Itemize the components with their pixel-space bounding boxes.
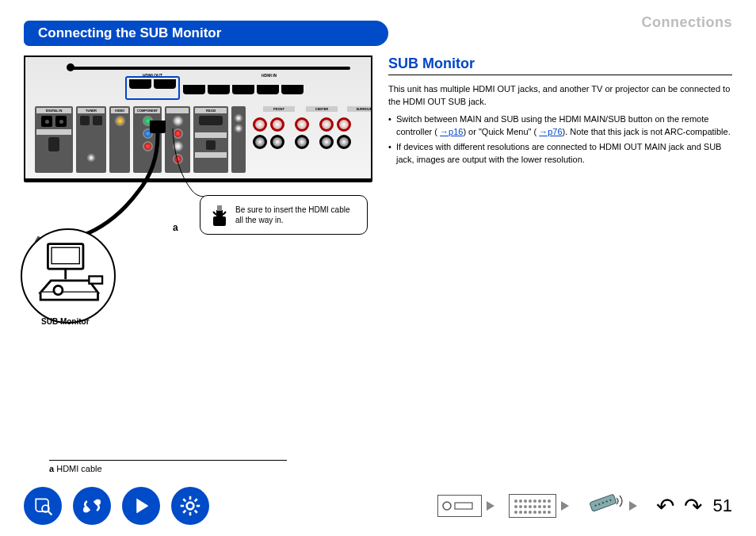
svg-point-40 xyxy=(538,505,541,508)
svg-point-43 xyxy=(514,511,517,514)
svg-point-45 xyxy=(524,511,527,514)
svg-point-31 xyxy=(533,500,536,503)
footnote: a HDMI cable xyxy=(49,460,287,473)
svg-point-41 xyxy=(543,505,546,508)
surround-label: SURROUND xyxy=(347,106,372,112)
footnote-value: HDMI cable xyxy=(54,464,102,473)
prev-page-button[interactable]: ↶ xyxy=(656,493,674,519)
connections-button[interactable] xyxy=(73,487,111,525)
tuner-label: TUNER xyxy=(78,108,105,113)
svg-rect-5 xyxy=(216,210,223,217)
link-p16[interactable]: →p16 xyxy=(440,127,463,136)
title-bar: Connecting the SUB Monitor xyxy=(24,21,388,46)
svg-line-24 xyxy=(195,499,197,501)
cable-label-a: a xyxy=(173,222,178,233)
callout-leader xyxy=(171,128,204,198)
svg-point-29 xyxy=(524,500,527,503)
remote-control-icon xyxy=(583,493,624,519)
svg-line-21 xyxy=(183,499,185,501)
play-button[interactable] xyxy=(122,487,160,525)
remote-nav[interactable] xyxy=(583,493,637,519)
chevron-right-icon xyxy=(561,501,569,511)
svg-point-35 xyxy=(514,505,517,508)
svg-point-36 xyxy=(519,505,522,508)
sub-heading: SUB Monitor xyxy=(388,56,732,75)
svg-line-22 xyxy=(195,511,197,513)
chevron-right-icon xyxy=(629,501,637,511)
svg-point-25 xyxy=(443,502,451,510)
callout-text: Be sure to insert the HDMI cable all the… xyxy=(235,205,357,225)
footer-nav: ↶ ↷ 51 xyxy=(24,487,732,525)
component-label: COMPONENT xyxy=(135,108,160,113)
svg-rect-15 xyxy=(95,500,100,504)
receiver-rear-icon xyxy=(509,494,556,518)
manual-search-button[interactable] xyxy=(24,487,62,525)
front-label: FRONT xyxy=(263,106,295,112)
digital-in-label: DIGITAL IN xyxy=(36,108,71,113)
svg-point-37 xyxy=(524,505,527,508)
svg-rect-6 xyxy=(217,205,222,211)
device-rear-nav[interactable] xyxy=(509,494,569,518)
hdmi-sub-port-icon xyxy=(129,79,151,89)
bullet1-text-b: ) or "Quick Menu" ( xyxy=(463,127,539,136)
section-label: Connections xyxy=(641,14,732,31)
svg-line-23 xyxy=(183,511,185,513)
hdmi-in-label: HDMI IN xyxy=(262,73,277,78)
bullet-2: If devices with different resolutions ar… xyxy=(388,141,732,167)
device-front-nav[interactable] xyxy=(437,495,494,517)
svg-point-33 xyxy=(543,500,546,503)
svg-point-44 xyxy=(519,511,522,514)
svg-rect-8 xyxy=(52,247,79,263)
svg-point-49 xyxy=(543,511,546,514)
antenna-icon xyxy=(70,67,350,70)
svg-point-34 xyxy=(548,500,551,503)
video-label: VIDEO xyxy=(111,108,128,113)
svg-rect-4 xyxy=(213,216,226,226)
projector-label: SUB Monitor xyxy=(41,317,90,326)
svg-rect-14 xyxy=(84,507,89,512)
hdmi-main-port-icon xyxy=(154,79,176,89)
insert-cable-icon xyxy=(210,204,229,226)
hdmi-out-highlight xyxy=(125,76,180,100)
svg-point-27 xyxy=(514,500,517,503)
center-label: CENTER xyxy=(306,106,338,112)
svg-point-38 xyxy=(529,505,532,508)
svg-point-50 xyxy=(548,511,551,514)
next-page-button[interactable]: ↷ xyxy=(684,493,702,519)
callout-bubble: Be sure to insert the HDMI cable all the… xyxy=(200,195,368,235)
svg-point-42 xyxy=(548,505,551,508)
page-number: 51 xyxy=(713,496,732,516)
chevron-right-icon xyxy=(487,501,494,511)
intro-paragraph: This unit has multiple HDMI OUT jacks, a… xyxy=(388,83,732,109)
svg-point-48 xyxy=(538,511,541,514)
svg-point-28 xyxy=(519,500,522,503)
bullet1-text-c: ). Note that this jack is not ARC-compat… xyxy=(563,127,731,136)
link-p76[interactable]: →p76 xyxy=(539,127,562,136)
svg-line-13 xyxy=(48,511,52,515)
settings-button[interactable] xyxy=(171,487,209,525)
receiver-front-icon xyxy=(437,495,482,517)
svg-point-46 xyxy=(529,511,532,514)
svg-rect-11 xyxy=(89,276,102,283)
svg-point-10 xyxy=(53,285,62,294)
bullet-list: Switch between MAIN and SUB using the HD… xyxy=(388,113,732,167)
svg-point-32 xyxy=(538,500,541,503)
projector-illustration xyxy=(21,228,116,324)
svg-rect-26 xyxy=(455,503,472,509)
svg-point-16 xyxy=(187,503,194,510)
rs232-label: RS232 xyxy=(195,108,227,113)
bullet-1: Switch between MAIN and SUB using the HD… xyxy=(388,113,732,139)
svg-point-47 xyxy=(533,511,536,514)
svg-point-30 xyxy=(529,500,532,503)
svg-point-39 xyxy=(533,505,536,508)
